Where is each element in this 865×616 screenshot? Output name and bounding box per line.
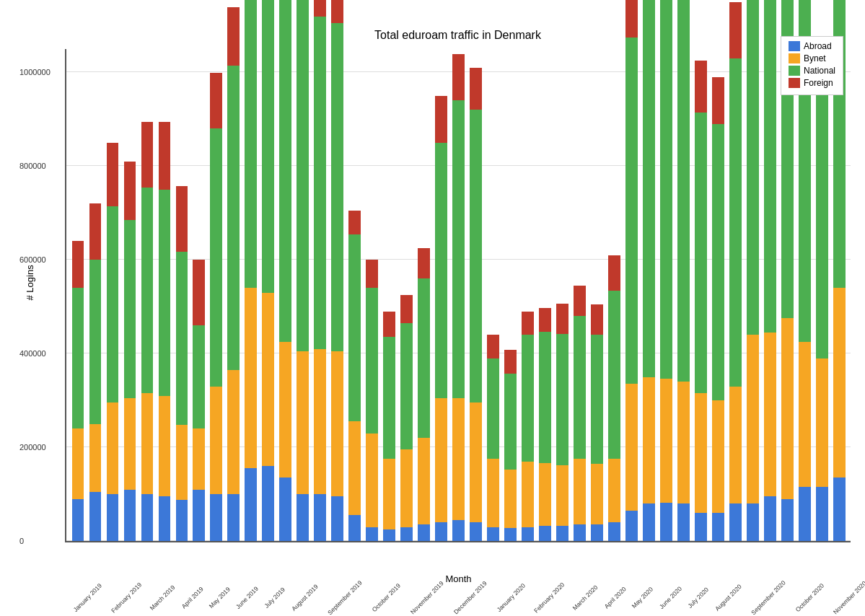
bar-segment-foreign [331, 0, 343, 23]
bar-group [726, 49, 744, 541]
bar-segment-abroad [124, 490, 136, 541]
bar-group [139, 49, 156, 541]
bar-group [121, 49, 139, 541]
bar-stack [262, 0, 274, 541]
bar-group [571, 49, 589, 541]
bar-segment-foreign [574, 286, 586, 316]
y-tick-label: 200000 [19, 443, 46, 452]
bar-segment-bynet [366, 434, 378, 527]
bar-group [796, 49, 813, 541]
bar-segment-national [556, 334, 568, 465]
bar-stack [141, 122, 154, 541]
x-label: August 2020 [713, 583, 743, 612]
bar-group [589, 49, 606, 541]
bar-segment-national [574, 316, 586, 459]
bars-wrapper [66, 49, 851, 541]
legend-label: Bynet [804, 53, 826, 63]
bar-segment-abroad [677, 503, 690, 541]
bar-segment-bynet [314, 349, 326, 494]
bar-segment-abroad [176, 500, 188, 541]
bar-segment-bynet [210, 387, 222, 494]
bar-stack [383, 312, 395, 541]
bar-segment-bynet [504, 470, 517, 528]
bar-stack [816, 47, 828, 541]
legend-color-box [789, 41, 800, 51]
bar-segment-bynet [643, 377, 655, 503]
bar-segment-national [314, 17, 326, 349]
bar-group [416, 49, 433, 541]
x-axis-label: Month [445, 573, 471, 584]
x-label: February 2019 [110, 581, 143, 614]
legend-item: Bynet [789, 53, 835, 63]
bar-segment-abroad [400, 527, 413, 541]
bar-segment-abroad [522, 527, 534, 541]
bar-segment-abroad [262, 466, 274, 541]
bar-segment-abroad [556, 526, 568, 541]
bar-segment-abroad [383, 529, 395, 541]
legend-item: Foreign [789, 78, 835, 88]
bar-stack [210, 72, 222, 541]
bar-stack [643, 0, 655, 541]
bar-segment-national [72, 288, 84, 428]
x-label: May 2020 [631, 586, 654, 610]
bar-segment-abroad [159, 496, 171, 541]
bar-segment-bynet [556, 465, 568, 526]
bar-segment-national [418, 278, 430, 438]
bar-segment-abroad [608, 522, 620, 541]
x-label: December 2019 [452, 580, 488, 616]
bar-segment-bynet [262, 293, 274, 466]
bar-segment-abroad [799, 487, 811, 541]
bar-segment-foreign [556, 304, 568, 334]
bar-segment-bynet [227, 370, 240, 494]
bar-group [485, 49, 502, 541]
bar-segment-bynet [159, 396, 171, 497]
bar-segment-national [107, 206, 119, 403]
bar-segment-foreign [348, 211, 361, 234]
bar-segment-abroad [729, 503, 742, 541]
bar-segment-abroad [712, 513, 724, 541]
bar-segment-bynet [833, 288, 846, 478]
bar-group [761, 49, 778, 541]
bar-segment-bynet [383, 459, 395, 529]
bar-segment-national [159, 190, 171, 396]
legend-item: Abroad [789, 41, 835, 51]
bar-group [190, 49, 208, 541]
bar-segment-foreign [400, 295, 413, 323]
bar-segment-national [747, 0, 759, 335]
bar-group [433, 49, 450, 541]
bar-segment-abroad [72, 499, 84, 541]
bar-group [778, 49, 796, 541]
bar-segment-national [210, 128, 222, 386]
bar-segment-foreign [435, 96, 447, 143]
bar-stack [712, 77, 724, 541]
bar-segment-national [176, 252, 188, 425]
bar-segment-bynet [193, 428, 205, 489]
bar-segment-abroad [539, 526, 551, 541]
bar-segment-abroad [504, 528, 517, 541]
chart-area: # Logins 0200000400000600000800000100000… [65, 49, 851, 542]
bar-stack [107, 143, 119, 541]
bar-segment-bynet [470, 402, 482, 522]
bar-segment-bynet [625, 384, 638, 510]
bar-segment-bynet [764, 333, 776, 496]
bar-segment-abroad [314, 494, 326, 541]
bar-stack [591, 304, 603, 541]
bar-stack [176, 186, 188, 541]
x-label: July 2019 [263, 586, 286, 610]
legend-item: National [789, 66, 835, 76]
bar-segment-bynet [72, 428, 84, 498]
bar-segment-foreign [539, 308, 551, 331]
bar-group [813, 49, 830, 541]
bar-segment-national [141, 188, 154, 394]
x-label: March 2020 [571, 584, 600, 612]
bar-segment-bynet [608, 459, 620, 522]
bar-segment-bynet [522, 462, 534, 527]
bar-group [312, 49, 329, 541]
bar-segment-national [660, 0, 672, 379]
bar-segment-abroad [452, 520, 465, 541]
bar-segment-bynet [574, 459, 586, 524]
bar-segment-bynet [141, 393, 154, 494]
bar-segment-foreign [124, 162, 136, 220]
bar-stack [539, 308, 551, 541]
x-label: April 2020 [603, 585, 628, 610]
